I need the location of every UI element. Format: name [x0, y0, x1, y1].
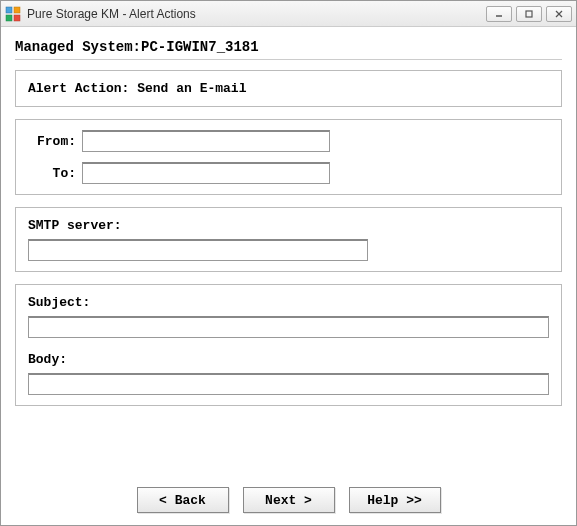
titlebar: Pure Storage KM - Alert Actions [1, 1, 576, 27]
back-button[interactable]: < Back [137, 487, 229, 513]
managed-system-label: Managed System: [15, 39, 141, 55]
subject-label: Subject: [28, 295, 549, 310]
email-panel: From: To: [15, 119, 562, 195]
window-title: Pure Storage KM - Alert Actions [27, 7, 486, 21]
managed-system-value: PC-IGWIN7_3181 [141, 39, 259, 55]
help-button[interactable]: Help >> [349, 487, 441, 513]
from-row: From: [28, 130, 549, 152]
message-panel: Subject: Body: [15, 284, 562, 406]
to-label: To: [28, 166, 76, 181]
svg-rect-5 [526, 11, 532, 17]
help-button-label: Help >> [367, 493, 422, 508]
from-input[interactable] [82, 130, 330, 152]
alert-action-title: Alert Action: Send an E-mail [28, 81, 246, 96]
svg-rect-3 [14, 15, 20, 21]
smtp-input[interactable] [28, 239, 368, 261]
window-controls [486, 6, 572, 22]
minimize-button[interactable] [486, 6, 512, 22]
app-icon [5, 6, 21, 22]
heading-divider [15, 59, 562, 60]
spacer [15, 418, 562, 477]
body-label: Body: [28, 352, 549, 367]
managed-system-heading: Managed System:PC-IGWIN7_3181 [15, 39, 562, 55]
next-button[interactable]: Next > [243, 487, 335, 513]
close-button[interactable] [546, 6, 572, 22]
smtp-panel: SMTP server: [15, 207, 562, 272]
maximize-button[interactable] [516, 6, 542, 22]
button-bar: < Back Next > Help >> [15, 477, 562, 517]
to-input[interactable] [82, 162, 330, 184]
to-row: To: [28, 162, 549, 184]
subject-input[interactable] [28, 316, 549, 338]
dialog-content: Managed System:PC-IGWIN7_3181 Alert Acti… [1, 27, 576, 525]
from-label: From: [28, 134, 76, 149]
body-input[interactable] [28, 373, 549, 395]
svg-rect-2 [6, 15, 12, 21]
alert-action-panel: Alert Action: Send an E-mail [15, 70, 562, 107]
next-button-label: Next > [265, 493, 312, 508]
svg-rect-0 [6, 7, 12, 13]
back-button-label: < Back [159, 493, 206, 508]
smtp-label: SMTP server: [28, 218, 549, 233]
dialog-window: Pure Storage KM - Alert Actions Managed … [0, 0, 577, 526]
svg-rect-1 [14, 7, 20, 13]
